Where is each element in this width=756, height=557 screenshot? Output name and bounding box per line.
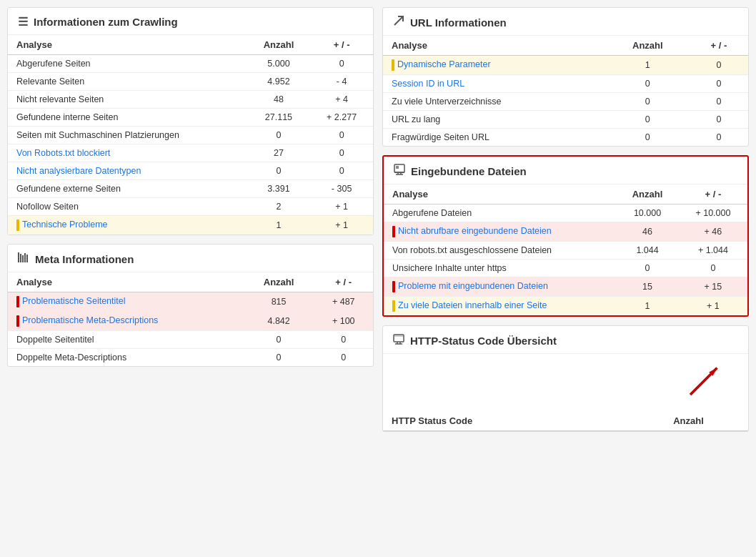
row-count: 46	[616, 222, 679, 242]
row-diff: + 4	[310, 91, 373, 109]
row-diff: + 100	[314, 312, 373, 331]
row-count: 1	[606, 56, 690, 75]
row-count: 0	[606, 93, 690, 111]
files-col-diff: + / -	[679, 184, 747, 204]
table-row: Session ID in URL00	[383, 75, 748, 93]
row-count: 815	[244, 292, 314, 312]
row-count: 2	[247, 198, 311, 216]
crawling-col-diff: + / -	[310, 35, 373, 55]
row-diff: 0	[314, 331, 373, 349]
meta-title: Meta Informationen	[35, 253, 134, 265]
row-label: Relevante Seiten	[8, 73, 247, 91]
files-header: Eingebundene Dateien	[384, 157, 747, 184]
row-diff: 0	[310, 162, 373, 180]
row-diff: 0	[310, 127, 373, 144]
http-col-status: HTTP Status Code	[383, 411, 629, 431]
row-label[interactable]: Von Robots.txt blockiert	[8, 144, 247, 162]
row-link[interactable]: Probleme mit eingebundenen Dateien	[398, 281, 548, 291]
table-row: Gefundene externe Seiten3.391- 305	[8, 180, 373, 198]
files-col-anzahl: Anzahl	[616, 184, 679, 204]
row-count: 27.115	[247, 109, 311, 127]
files-col-analyse: Analyse	[384, 184, 616, 204]
row-diff: - 305	[310, 180, 373, 198]
row-link[interactable]: Dynamische Parameter	[397, 59, 491, 69]
meta-header: Meta Informationen	[8, 245, 373, 272]
row-count: 3.391	[247, 180, 311, 198]
row-count: 1	[616, 297, 679, 316]
url-panel: URL Informationen Analyse Anzahl + / - D…	[382, 7, 749, 147]
row-label: URL zu lang	[383, 111, 606, 129]
files-panel: Eingebundene Dateien Analyse Anzahl + / …	[382, 155, 749, 317]
files-table: Analyse Anzahl + / - Abgerufene Dateien1…	[384, 184, 747, 315]
row-link[interactable]: Von Robots.txt blockiert	[16, 148, 110, 158]
row-label[interactable]: Dynamische Parameter	[383, 56, 606, 75]
row-count: 5.000	[247, 55, 311, 73]
row-label[interactable]: Problematische Meta-Descriptions	[8, 312, 244, 331]
row-label[interactable]: Nicht abrufbare eingebundene Dateien	[384, 222, 616, 242]
http-header: HTTP-Status Code Übersicht	[383, 326, 748, 354]
row-link[interactable]: Problematische Meta-Descriptions	[22, 315, 158, 325]
meta-col-anzahl: Anzahl	[244, 272, 314, 292]
row-label[interactable]: Zu viele Dateien innerhalb einer Seite	[384, 297, 616, 316]
row-label[interactable]: Probleme mit eingebundenen Dateien	[384, 277, 616, 297]
table-row: Dynamische Parameter10	[383, 56, 748, 75]
row-count: 4.842	[244, 312, 314, 331]
table-row: Unsichere Inhalte unter https00	[384, 260, 747, 277]
row-count: 48	[247, 91, 311, 109]
row-label: Nicht relevante Seiten	[8, 91, 247, 109]
row-label: Unsichere Inhalte unter https	[384, 260, 616, 277]
red-indicator	[16, 315, 19, 327]
row-label[interactable]: Technische Probleme	[8, 216, 247, 235]
row-label: Von robots.txt ausgeschlossene Dateien	[384, 242, 616, 260]
table-row: Fragwürdige Seiten URL00	[383, 129, 748, 147]
row-link[interactable]: Nicht analysierbare Datentypen	[16, 166, 141, 176]
meta-col-analyse: Analyse	[8, 272, 244, 292]
row-label: Zu viele Unterverzeichnisse	[383, 93, 606, 111]
table-row: Nicht abrufbare eingebundene Dateien46+ …	[384, 222, 747, 242]
crawling-col-anzahl: Anzahl	[247, 35, 311, 55]
url-col-analyse: Analyse	[383, 36, 606, 56]
row-count: 15	[616, 277, 679, 297]
row-label[interactable]: Nicht analysierbare Datentypen	[8, 162, 247, 180]
yellow-indicator	[392, 59, 394, 71]
table-row: Abgerufene Seiten5.0000	[8, 55, 373, 73]
row-count: 0	[244, 349, 314, 367]
meta-col-diff: + / -	[314, 272, 373, 292]
row-link[interactable]: Zu viele Dateien innerhalb einer Seite	[398, 300, 547, 310]
table-row: Von robots.txt ausgeschlossene Dateien1.…	[384, 242, 747, 260]
row-label[interactable]: Problematische Seitentitel	[8, 292, 244, 312]
row-count: 0	[247, 127, 311, 144]
svg-rect-3	[24, 253, 26, 262]
row-count: 0	[616, 260, 679, 277]
row-label: Doppelte Meta-Descriptions	[8, 349, 244, 367]
row-count: 10.000	[616, 204, 679, 222]
crawling-header: ☰ Informationen zum Crawling	[8, 8, 373, 35]
http-icon	[393, 333, 404, 347]
row-count: 1	[247, 216, 311, 235]
row-link[interactable]: Problematische Seitentitel	[22, 296, 126, 306]
table-row: Zu viele Dateien innerhalb einer Seite1+…	[384, 297, 747, 316]
row-diff: 0	[310, 144, 373, 162]
table-row: Nicht relevante Seiten48+ 4	[8, 91, 373, 109]
url-header: URL Informationen	[383, 8, 748, 36]
http-col-anzahl: Anzahl	[629, 411, 748, 431]
table-row: Technische Probleme1+ 1	[8, 216, 373, 235]
row-count: 27	[247, 144, 311, 162]
row-label[interactable]: Session ID in URL	[383, 75, 606, 93]
row-label: Abgerufene Dateien	[384, 204, 616, 222]
row-link[interactable]: Session ID in URL	[392, 79, 464, 89]
files-title: Eingebundene Dateien	[411, 165, 527, 177]
row-label: Nofollow Seiten	[8, 198, 247, 216]
row-link[interactable]: Nicht abrufbare eingebundene Dateien	[398, 226, 552, 236]
row-diff: + 1	[310, 216, 373, 235]
row-diff: 0	[314, 349, 373, 367]
red-indicator	[392, 226, 395, 237]
table-row: Seiten mit Suchmaschinen Platzierungen00	[8, 127, 373, 144]
row-link[interactable]: Technische Probleme	[22, 220, 108, 230]
crawling-col-analyse: Analyse	[8, 35, 247, 55]
row-count: 0	[606, 129, 690, 147]
row-diff: 0	[690, 56, 748, 75]
row-label: Gefundene interne Seiten	[8, 109, 247, 127]
row-count: 0	[247, 162, 311, 180]
row-diff: 0	[690, 93, 748, 111]
